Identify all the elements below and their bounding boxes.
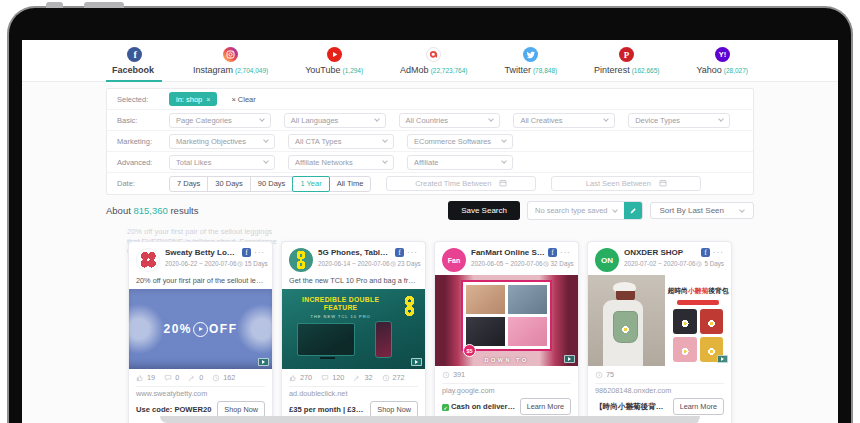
edit-saved-search-button[interactable] — [624, 202, 642, 219]
creative-text: INCREDIBLE DOUBLE FEATURE — [299, 296, 382, 312]
product-collage — [461, 280, 552, 351]
tab-admob[interactable]: AdMob(22,723,764) — [394, 47, 473, 81]
cta-button[interactable]: Learn More — [673, 398, 724, 415]
expand-creative-icon[interactable] — [258, 358, 269, 366]
ad-creative-image[interactable]: $5 DOWN TO — [435, 275, 578, 366]
date-option-all-time[interactable]: All Time — [329, 176, 372, 192]
ad-headline: ✓Cash on delivery ✓Days fr... — [442, 402, 516, 412]
ad-landing-url: 986208148.onxder.com — [588, 384, 731, 396]
advertiser-avatar[interactable]: Fan — [442, 248, 466, 272]
last-seen-between-input[interactable]: Last Seen Between — [551, 176, 701, 191]
saved-search-select[interactable]: No search type saved — [527, 201, 643, 220]
dropdown-ecommerce-softwares[interactable]: ECommerce Softwares — [407, 134, 513, 149]
laptop-hinge — [84, 2, 124, 8]
dropdown-all-creatives[interactable]: All Creatives — [513, 113, 615, 128]
results-count-text: About 815,360 results — [106, 205, 198, 216]
ee-logo — [404, 295, 415, 317]
advertiser-name[interactable]: ONXDER SHOP — [624, 248, 698, 257]
facebook-mini-icon: f — [395, 248, 404, 257]
pinterest-icon: P — [619, 47, 634, 62]
advertiser-avatar[interactable] — [136, 248, 160, 272]
more-options-icon[interactable]: ··· — [713, 250, 724, 256]
expand-creative-icon[interactable] — [717, 355, 728, 363]
tab-count: (28,027) — [724, 67, 748, 74]
like-icon — [136, 374, 144, 382]
dropdown-affiliate-networks[interactable]: Affiliate Networks — [288, 155, 394, 170]
sort-by-dropdown[interactable]: Sort By Last Seen — [650, 202, 754, 219]
dropdown-cta-types[interactable]: All CTA Types — [288, 134, 394, 149]
selected-filters-row: Selected: in: shop× × Clear — [107, 89, 753, 110]
tab-instagram[interactable]: Instagram(2,704,049) — [187, 47, 274, 81]
like-count: 19 — [147, 373, 155, 382]
date-option-90-days[interactable]: 90 Days — [250, 176, 294, 192]
tab-pinterest[interactable]: P Pinterest(162,665) — [588, 47, 665, 81]
dropdown-page-categories[interactable]: Page Categories — [169, 113, 271, 128]
more-options-icon[interactable]: ··· — [254, 250, 265, 256]
ad-card: ON ONXDER SHOP f ··· 2020-07-02 ~ 2020-0… — [587, 241, 732, 423]
tab-count: (22,723,764) — [431, 67, 468, 74]
check-icon: ✓ — [442, 404, 449, 411]
dropdown-device-types[interactable]: Device Types — [628, 113, 730, 128]
ad-creative-image[interactable]: 20% OFF — [129, 289, 272, 369]
remove-tag-icon[interactable]: × — [206, 96, 210, 103]
clock-icon — [212, 374, 220, 382]
ad-card: 5G Phones, Tablets & SIMs | ... f ··· 20… — [281, 241, 426, 423]
play-icon[interactable] — [193, 322, 208, 337]
tab-facebook[interactable]: f Facebook — [106, 47, 162, 82]
selected-filter-tag[interactable]: in: shop× — [169, 92, 217, 106]
dropdown-affiliate[interactable]: Affiliate — [407, 155, 513, 170]
phone-graphic — [375, 321, 392, 358]
laptop-base — [160, 416, 700, 423]
ad-duration: 32 Days — [551, 260, 574, 267]
clock-icon — [390, 261, 396, 267]
dropdown-all-languages[interactable]: All Languages — [284, 113, 386, 128]
advanced-filters-row: Advanced: Total Likes Affiliate Networks… — [107, 152, 753, 173]
admob-icon — [426, 47, 441, 62]
ad-landing-url: www.sweatybetty.com — [129, 387, 272, 399]
ad-card: Fan FanMart Online Shopping - F... f ···… — [434, 241, 579, 423]
facebook-mini-icon: f — [242, 248, 251, 257]
tag-text: in: shop — [176, 95, 202, 104]
ad-creative-image[interactable]: 超時尚小雛菊後背包 — [588, 275, 731, 366]
clear-filters-button[interactable]: × Clear — [231, 95, 255, 104]
advertiser-name[interactable]: Sweaty Betty London | Wom... — [165, 248, 239, 257]
ad-date-range: 2020-06-05 ~ 2020-07-06 — [471, 260, 543, 267]
more-options-icon[interactable]: ··· — [560, 250, 571, 256]
chevron-down-icon — [501, 137, 507, 143]
advertiser-avatar[interactable]: ON — [595, 248, 619, 272]
date-option-30-days[interactable]: 30 Days — [207, 176, 251, 192]
tab-yahoo[interactable]: Y! Yahoo(28,027) — [690, 47, 754, 81]
cta-button[interactable]: Learn More — [520, 398, 571, 415]
advertiser-name[interactable]: FanMart Online Shopping - F... — [471, 248, 545, 257]
creative-text: 超時尚小雛菊後背包 — [668, 287, 729, 294]
save-search-button[interactable]: Save Search — [448, 201, 520, 220]
date-option-1-year[interactable]: 1 Year — [292, 176, 329, 192]
dropdown-total-likes[interactable]: Total Likes — [169, 155, 275, 170]
ad-landing-url: ad.doubleclick.net — [282, 387, 425, 399]
advertiser-avatar[interactable] — [289, 248, 313, 272]
filter-panel: Selected: in: shop× × Clear Basic: Page … — [106, 88, 754, 195]
comment-count: 120 — [332, 373, 344, 382]
tv-graphic — [297, 323, 355, 356]
share-count: 0 — [199, 373, 203, 382]
more-options-icon[interactable]: ··· — [407, 250, 418, 256]
ad-headline: Use code: POWER20 — [136, 405, 213, 414]
chevron-down-icon — [382, 158, 388, 164]
facebook-mini-icon: f — [701, 248, 710, 257]
dropdown-all-countries[interactable]: All Countries — [399, 113, 501, 128]
ad-copy-text: 20% off your first pair of the sellout l… — [129, 275, 272, 289]
clock-icon — [382, 374, 390, 382]
facebook-mini-icon: f — [548, 248, 557, 257]
created-time-between-input[interactable]: Created Time Between — [386, 176, 536, 191]
dropdown-marketing-objectives[interactable]: Marketing Objectives — [169, 134, 275, 149]
date-option-7-days[interactable]: 7 Days — [169, 176, 208, 192]
ad-results-grid: Sweaty Betty London | Wom... f ··· 2020-… — [128, 241, 732, 423]
results-toolbar: About 815,360 results Save Search No sea… — [106, 201, 754, 220]
expand-creative-icon[interactable] — [411, 358, 422, 366]
clock-icon — [442, 371, 450, 379]
ad-creative-image[interactable]: INCREDIBLE DOUBLE FEATURE THE NEW TCL 10… — [282, 289, 425, 369]
tab-twitter[interactable]: Twitter(78,848) — [498, 47, 563, 81]
expand-creative-icon[interactable] — [564, 355, 575, 363]
advertiser-name[interactable]: 5G Phones, Tablets & SIMs | ... — [318, 248, 392, 257]
tab-youtube[interactable]: YouTube(1,294) — [299, 47, 369, 81]
